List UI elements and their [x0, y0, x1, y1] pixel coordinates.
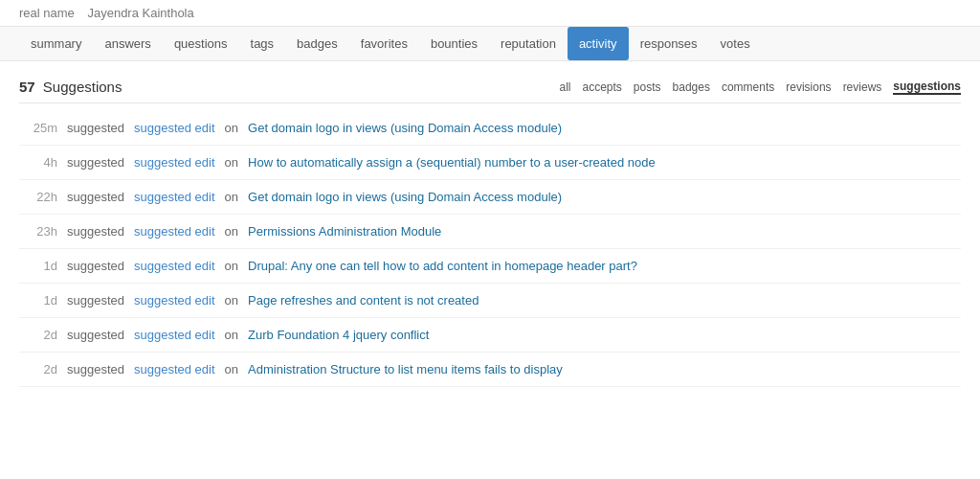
nav-tab-favorites[interactable]: favorites: [349, 27, 419, 60]
post-link[interactable]: Get domain logo in views (using Domain A…: [248, 121, 562, 135]
sub-tab-comments[interactable]: comments: [722, 80, 774, 94]
nav-tab-tags[interactable]: tags: [239, 27, 286, 60]
real-name-label: real name: [19, 6, 75, 20]
on-word: on: [225, 190, 238, 204]
suggestion-action: suggested: [67, 362, 124, 376]
on-word: on: [225, 362, 238, 376]
suggested-edit-link[interactable]: suggested edit: [134, 224, 215, 239]
sub-tab-suggestions[interactable]: suggestions: [893, 80, 961, 95]
on-word: on: [225, 293, 238, 308]
on-word: on: [225, 121, 238, 135]
suggestion-action: suggested: [67, 224, 124, 239]
nav-tab-reputation[interactable]: reputation: [489, 27, 568, 60]
suggested-edit-link[interactable]: suggested edit: [134, 121, 215, 135]
sub-tab-reviews[interactable]: reviews: [843, 80, 882, 94]
suggested-edit-link[interactable]: suggested edit: [134, 293, 215, 308]
on-word: on: [225, 259, 238, 273]
post-link[interactable]: Permissions Administration Module: [248, 224, 441, 239]
suggested-edit-link[interactable]: suggested edit: [134, 155, 215, 170]
post-link[interactable]: Drupal: Any one can tell how to add cont…: [248, 259, 637, 273]
sub-tab-accepts[interactable]: accepts: [582, 80, 621, 94]
nav-tab-bounties[interactable]: bounties: [419, 27, 489, 60]
suggestion-action: suggested: [67, 121, 124, 135]
suggestion-item: 23hsuggestedsuggested editonPermissions …: [19, 215, 961, 249]
suggestion-time: 25m: [19, 121, 57, 135]
suggestion-count: 57: [19, 79, 35, 95]
section-title-text: Suggestions: [43, 79, 122, 95]
suggestion-time: 1d: [19, 259, 57, 273]
post-link[interactable]: Get domain logo in views (using Domain A…: [248, 190, 562, 204]
sub-tab-all[interactable]: all: [559, 80, 570, 94]
on-word: on: [225, 224, 238, 239]
suggestion-item: 2dsuggestedsuggested editonZurb Foundati…: [19, 318, 961, 353]
section-header: 57 Suggestions allacceptspostsbadgescomm…: [19, 71, 961, 103]
content-area: 57 Suggestions allacceptspostsbadgescomm…: [0, 61, 980, 397]
nav-tab-votes[interactable]: votes: [709, 27, 762, 60]
sub-tabs: allacceptspostsbadgescommentsrevisionsre…: [559, 80, 961, 95]
nav-tab-responses[interactable]: responses: [629, 27, 709, 60]
nav-tab-activity[interactable]: activity: [568, 27, 629, 60]
suggestion-time: 23h: [19, 224, 57, 239]
sub-tab-posts[interactable]: posts: [634, 80, 661, 94]
suggested-edit-link[interactable]: suggested edit: [134, 259, 215, 273]
post-link[interactable]: Zurb Foundation 4 jquery conflict: [248, 328, 429, 342]
username-value: Jayendra Kainthola: [87, 6, 193, 20]
suggestion-item: 25msuggestedsuggested editonGet domain l…: [19, 111, 961, 146]
suggestion-action: suggested: [67, 328, 124, 342]
suggestion-item: 1dsuggestedsuggested editonDrupal: Any o…: [19, 249, 961, 284]
suggestion-action: suggested: [67, 293, 124, 308]
suggested-edit-link[interactable]: suggested edit: [134, 362, 215, 376]
nav-tab-badges[interactable]: badges: [285, 27, 349, 60]
post-link[interactable]: How to automatically assign a (sequentia…: [248, 155, 656, 170]
suggestion-action: suggested: [67, 259, 124, 273]
suggestion-time: 4h: [19, 155, 57, 170]
post-link[interactable]: Administration Structure to list menu it…: [248, 362, 563, 376]
suggestion-action: suggested: [67, 190, 124, 204]
suggested-edit-link[interactable]: suggested edit: [134, 190, 215, 204]
nav-tab-answers[interactable]: answers: [93, 27, 162, 60]
nav-tab-summary[interactable]: summary: [19, 27, 93, 60]
on-word: on: [225, 155, 238, 170]
suggestion-time: 1d: [19, 293, 57, 308]
username-display: real name Jayendra Kainthola: [19, 6, 204, 20]
suggestion-list: 25msuggestedsuggested editonGet domain l…: [19, 111, 961, 387]
suggestion-item: 2dsuggestedsuggested editonAdministratio…: [19, 353, 961, 387]
suggestion-item: 22hsuggestedsuggested editonGet domain l…: [19, 180, 961, 215]
nav-tabs: summaryanswersquestionstagsbadgesfavorit…: [0, 27, 980, 61]
suggested-edit-link[interactable]: suggested edit: [134, 328, 215, 342]
header-bar: real name Jayendra Kainthola: [0, 0, 980, 27]
sub-tab-badges[interactable]: badges: [673, 80, 710, 94]
post-link[interactable]: Page refreshes and content is not create…: [248, 293, 479, 308]
sub-tab-revisions[interactable]: revisions: [786, 80, 831, 94]
suggestion-item: 4hsuggestedsuggested editonHow to automa…: [19, 146, 961, 180]
suggestion-item: 1dsuggestedsuggested editonPage refreshe…: [19, 284, 961, 318]
suggestion-action: suggested: [67, 155, 124, 170]
suggestion-time: 2d: [19, 328, 57, 342]
section-title: 57 Suggestions: [19, 79, 122, 95]
nav-tab-questions[interactable]: questions: [163, 27, 239, 60]
suggestion-time: 22h: [19, 190, 57, 204]
on-word: on: [225, 328, 238, 342]
suggestion-time: 2d: [19, 362, 57, 376]
